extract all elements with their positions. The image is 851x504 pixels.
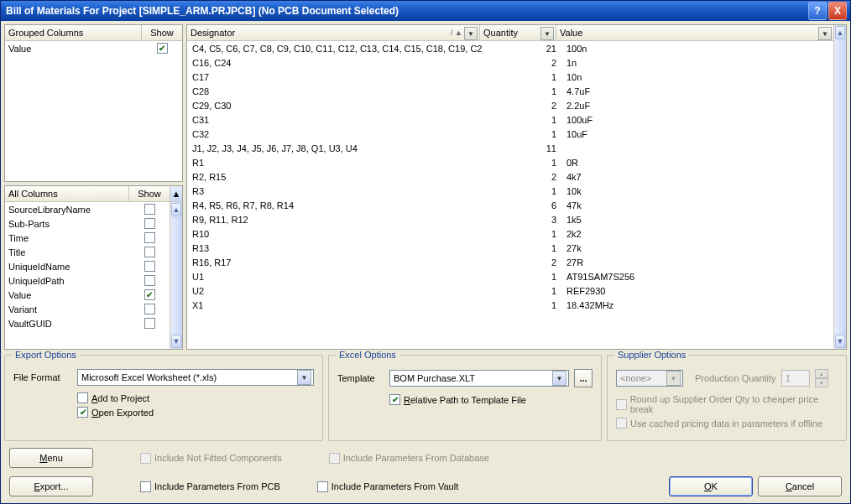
col-filter-designator[interactable]: ▼ <box>464 27 478 40</box>
add-to-project-checkbox[interactable] <box>77 392 88 403</box>
allcols-row-checkbox[interactable] <box>144 204 155 215</box>
cell-value: 0R <box>561 158 833 168</box>
relative-path-checkbox[interactable]: ✔ <box>389 394 400 405</box>
cell-quantity: 6 <box>483 200 561 210</box>
table-row[interactable]: C311100uF <box>187 112 833 127</box>
grouped-header-label[interactable]: Grouped Columns <box>5 25 142 40</box>
allcols-row-label: Sub-Parts <box>5 219 129 229</box>
table-row[interactable]: R4, R5, R6, R7, R8, R14647k <box>187 198 833 212</box>
allcols-row-checkbox[interactable] <box>144 218 155 229</box>
scroll-up-icon[interactable]: ▲ <box>835 26 845 39</box>
allcols-row-checkbox[interactable] <box>144 232 155 243</box>
table-row[interactable]: R9, R11, R1231k5 <box>187 212 833 226</box>
table-row[interactable]: R13127k <box>187 241 833 255</box>
cell-quantity: 2 <box>483 172 561 182</box>
allcols-row[interactable]: Value✔ <box>5 288 170 302</box>
allcols-row-checkbox[interactable]: ✔ <box>144 289 155 300</box>
allcols-row-checkbox[interactable] <box>144 304 155 314</box>
col-header-quantity[interactable]: Quantity ▼ <box>480 25 556 40</box>
table-row[interactable]: R3110k <box>187 184 833 198</box>
bom-dialog: Bill of Materials For Project [SIMPLE_AR… <box>0 0 851 504</box>
col-header-value[interactable]: Value ▼ <box>556 25 833 40</box>
cell-designator: C31 <box>187 115 483 125</box>
cell-designator: U2 <box>187 286 483 296</box>
allcols-row[interactable]: VaultGUID <box>5 316 170 330</box>
include-vault-checkbox[interactable] <box>317 481 328 492</box>
main-scrollbar[interactable]: ▲ ▼ <box>833 25 846 349</box>
allcols-header-label[interactable]: All Columns <box>5 186 129 201</box>
export-button[interactable]: Export... <box>9 476 93 496</box>
cell-quantity: 1 <box>483 158 561 168</box>
table-row[interactable]: C32110uF <box>187 127 833 141</box>
file-format-combo[interactable]: Microsoft Excel Worksheet (*.xls) ▼ <box>77 369 314 386</box>
include-not-fitted-label: Include Not Fitted Components <box>154 453 282 463</box>
file-format-label: File Format <box>13 372 72 382</box>
table-row[interactable]: X1118.432MHz <box>187 298 833 312</box>
table-row[interactable]: R1012k2 <box>187 226 833 241</box>
open-exported-checkbox[interactable]: ✔ <box>77 407 88 418</box>
cell-designator: R3 <box>187 186 483 196</box>
table-row[interactable]: R2, R1524k7 <box>187 169 833 184</box>
table-row[interactable]: C16, C2421n <box>187 55 833 70</box>
scroll-up-icon[interactable]: ▲ <box>171 203 181 216</box>
table-row[interactable]: C4, C5, C6, C7, C8, C9, C10, C11, C12, C… <box>187 41 833 55</box>
col-filter-quantity[interactable]: ▼ <box>540 27 554 40</box>
allcols-row[interactable]: Sub-Parts <box>5 216 170 231</box>
table-row[interactable]: R16, R17227R <box>187 255 833 269</box>
grouped-row[interactable]: Value✔ <box>5 41 182 55</box>
table-row[interactable]: R110R <box>187 155 833 169</box>
allcols-row-label: VaultGUID <box>5 319 129 329</box>
allcols-row[interactable]: UniqueIdName <box>5 259 170 273</box>
use-cached-label: Use cached pricing data in parameters if… <box>630 418 822 429</box>
include-not-fitted-checkbox <box>140 453 151 464</box>
grouped-header-show[interactable]: Show <box>142 25 182 40</box>
allcols-scrollbar[interactable]: ▲ ▼ <box>170 202 182 349</box>
cell-quantity: 3 <box>483 215 561 225</box>
menu-button[interactable]: Menu <box>9 448 93 468</box>
include-pcb-label: Include Parameters From PCB <box>154 481 280 491</box>
template-label: Template <box>337 373 384 383</box>
include-pcb-checkbox[interactable] <box>140 481 151 492</box>
allcols-row[interactable]: UniqueIdPath <box>5 273 170 288</box>
cell-value: 18.432MHz <box>561 300 833 310</box>
cell-value: 27k <box>561 243 833 253</box>
ok-button[interactable]: OK <box>669 476 753 496</box>
allcols-row[interactable]: Variant <box>5 302 170 316</box>
allcols-row[interactable]: Time <box>5 231 170 245</box>
table-row[interactable]: J1, J2, J3, J4, J5, J6, J7, J8, Q1, U3, … <box>187 141 833 155</box>
cell-value: 10uF <box>561 129 833 139</box>
allcols-row-label: Value <box>5 290 129 300</box>
col-header-value-label: Value <box>560 28 582 38</box>
allcols-row-checkbox[interactable] <box>144 318 155 329</box>
template-combo[interactable]: BOM Purchase.XLT ▼ <box>389 370 569 387</box>
chevron-down-icon[interactable]: ▼ <box>297 370 311 385</box>
cell-value: 100uF <box>561 115 833 125</box>
template-browse-button[interactable]: ... <box>574 369 593 387</box>
col-filter-value[interactable]: ▼ <box>818 27 832 40</box>
cell-quantity: 11 <box>483 143 561 153</box>
cell-value: REF2930 <box>561 286 833 296</box>
grouped-row-checkbox[interactable]: ✔ <box>157 43 168 54</box>
cell-value: 2.2uF <box>561 101 833 111</box>
table-row[interactable]: U21REF2930 <box>187 283 833 298</box>
allcols-row[interactable]: SourceLibraryName <box>5 202 170 216</box>
scroll-down-icon[interactable]: ▼ <box>171 335 181 348</box>
chevron-down-icon[interactable]: ▼ <box>552 371 566 386</box>
allcols-row-checkbox[interactable] <box>144 275 155 286</box>
allcols-row[interactable]: Title <box>5 245 170 259</box>
allcols-scroll-up-hdr[interactable]: ▲ <box>170 186 182 201</box>
cancel-button[interactable]: Cancel <box>758 476 842 496</box>
allcols-row-checkbox[interactable] <box>144 247 155 257</box>
allcols-row-checkbox[interactable] <box>144 261 155 272</box>
close-button[interactable]: X <box>828 2 847 20</box>
table-row[interactable]: C17110n <box>187 70 833 84</box>
scroll-down-icon[interactable]: ▼ <box>835 335 845 348</box>
allcols-header-show[interactable]: Show <box>129 186 170 201</box>
col-header-designator[interactable]: Designator / ▲ ▼ <box>187 25 480 40</box>
help-button[interactable]: ? <box>808 2 827 20</box>
table-row[interactable]: C29, C3022.2uF <box>187 98 833 112</box>
titlebar[interactable]: Bill of Materials For Project [SIMPLE_AR… <box>1 1 850 21</box>
cell-quantity: 1 <box>483 272 561 282</box>
table-row[interactable]: C2814.7uF <box>187 84 833 98</box>
table-row[interactable]: U11AT91SAM7S256 <box>187 269 833 283</box>
